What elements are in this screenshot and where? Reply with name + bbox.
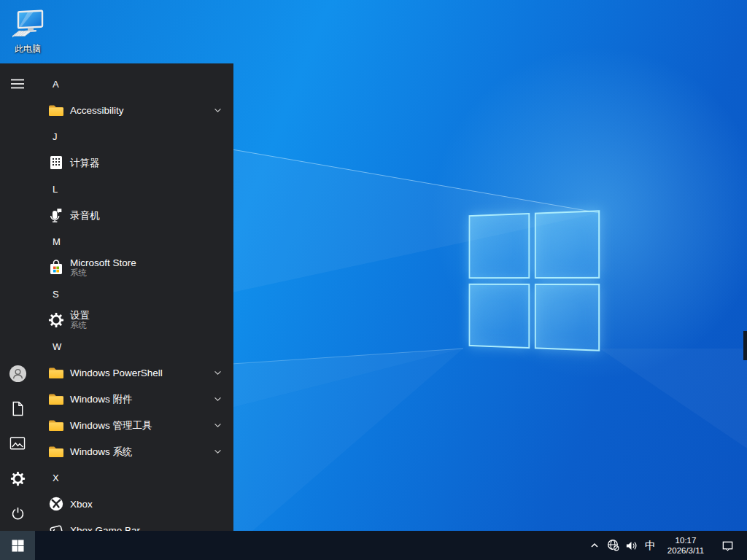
taskbar: 中 10:17 2026/3/11 — [0, 531, 747, 560]
folder-icon — [48, 102, 64, 118]
start-menu: A Accessibility J 计算器 L 录音机 M Microsoft … — [0, 63, 233, 531]
logo-pane — [534, 210, 600, 278]
app-item-calculator[interactable]: 计算器 — [35, 149, 233, 176]
expand-menu-button[interactable] — [0, 66, 35, 101]
app-section-header-a[interactable]: A — [35, 71, 233, 97]
app-section-header-s[interactable]: S — [35, 281, 233, 307]
pictures-icon — [9, 436, 26, 451]
chevron-down-icon[interactable] — [214, 397, 222, 402]
chevron-down-icon[interactable] — [214, 108, 222, 113]
voice-recorder-icon — [48, 207, 64, 223]
app-item-xbox[interactable]: Xbox — [35, 491, 233, 517]
desktop-icon-label: 此电脑 — [7, 43, 49, 55]
app-item-sublabel: 系统 — [70, 268, 136, 278]
chevron-down-icon[interactable] — [214, 423, 222, 428]
app-section-header-w[interactable]: W — [35, 333, 233, 359]
app-item-sublabel: 系统 — [70, 321, 90, 330]
app-item-windows-admin-tools[interactable]: Windows 管理工具 — [35, 412, 233, 438]
app-item-windows-system[interactable]: Windows 系统 — [35, 438, 233, 464]
desktop-icon-this-pc[interactable]: 此电脑 — [7, 9, 49, 55]
chevron-up-icon — [589, 540, 600, 551]
clock[interactable]: 10:17 2026/3/11 — [660, 531, 711, 560]
folder-icon — [48, 417, 64, 433]
store-icon — [48, 260, 64, 276]
calculator-icon — [48, 155, 64, 171]
logo-pane — [469, 283, 530, 349]
app-item-xbox-game-bar[interactable]: Xbox Game Bar — [35, 517, 233, 531]
app-item-accessibility[interactable]: Accessibility — [35, 97, 233, 123]
taskbar-empty-area — [35, 531, 585, 560]
power-button[interactable] — [0, 496, 35, 531]
app-item-windows-powershell[interactable]: Windows PowerShell — [35, 359, 233, 386]
folder-icon — [48, 443, 64, 459]
hamburger-icon — [10, 78, 25, 90]
user-account-button[interactable] — [0, 356, 35, 391]
start-button[interactable] — [0, 531, 35, 560]
speaker-icon — [625, 540, 638, 552]
network-status-button[interactable] — [604, 531, 622, 560]
logo-pane — [534, 283, 600, 351]
desktop-right-edge-bar — [743, 331, 747, 360]
globe-no-internet-icon — [607, 539, 620, 552]
volume-button[interactable] — [622, 531, 640, 560]
settings-gear-icon — [10, 471, 26, 486]
show-hidden-icons-button[interactable] — [585, 531, 604, 560]
app-section-header-x[interactable]: X — [35, 464, 233, 491]
game-bar-icon — [48, 522, 64, 531]
app-section-header-j[interactable]: J — [35, 123, 233, 149]
documents-button[interactable] — [0, 391, 35, 426]
ime-indicator[interactable]: 中 — [640, 531, 660, 560]
settings-button[interactable] — [0, 461, 35, 496]
app-item-settings[interactable]: 设置 系统 — [35, 307, 233, 333]
pictures-button[interactable] — [0, 426, 35, 461]
action-center-button[interactable] — [711, 531, 743, 560]
start-menu-app-list: A Accessibility J 计算器 L 录音机 M Microsoft … — [35, 63, 233, 531]
notification-bubble-icon — [721, 540, 734, 552]
start-menu-rail — [0, 63, 35, 531]
power-icon — [10, 506, 26, 521]
folder-icon — [48, 391, 64, 407]
windows-flag-icon — [12, 540, 24, 552]
wallpaper-windows-logo — [469, 210, 600, 351]
app-section-header-l[interactable]: L — [35, 176, 233, 202]
settings-gear-icon — [48, 312, 64, 328]
documents-icon — [10, 400, 26, 417]
app-item-windows-accessories[interactable]: Windows 附件 — [35, 386, 233, 412]
clock-date: 2026/3/11 — [667, 545, 704, 556]
logo-pane — [469, 213, 530, 279]
app-item-voice-recorder[interactable]: 录音机 — [35, 202, 233, 228]
clock-time: 10:17 — [676, 535, 697, 545]
folder-icon — [48, 365, 64, 381]
chevron-down-icon[interactable] — [214, 449, 222, 454]
chevron-down-icon[interactable] — [214, 370, 222, 376]
app-item-microsoft-store[interactable]: Microsoft Store 系统 — [35, 254, 233, 281]
system-tray: 中 10:17 2026/3/11 — [585, 531, 747, 560]
xbox-icon — [48, 496, 64, 512]
app-section-header-m[interactable]: M — [35, 228, 233, 254]
user-avatar-icon — [9, 365, 27, 383]
this-pc-monitor-icon — [9, 9, 46, 42]
